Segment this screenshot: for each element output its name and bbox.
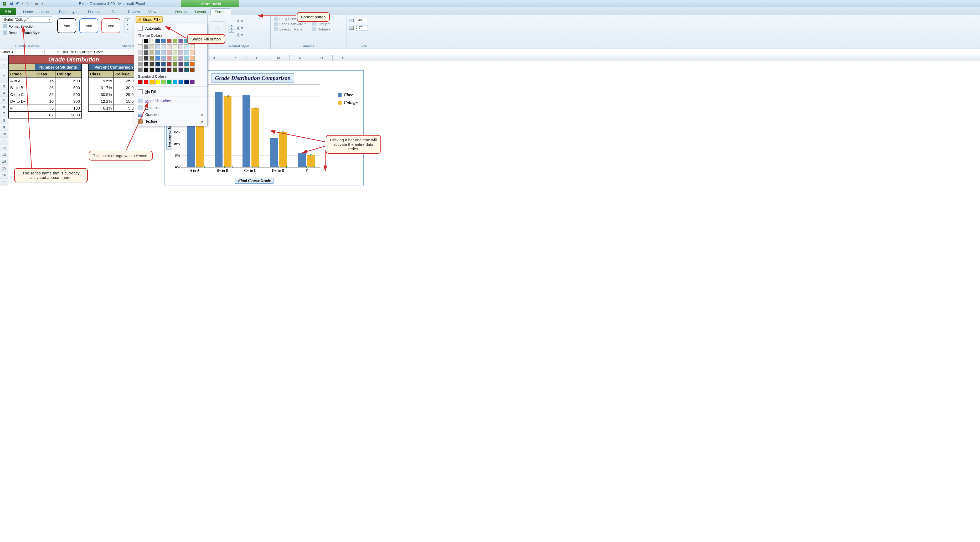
tab-review[interactable]: Review xyxy=(124,9,144,15)
bar-college-3[interactable] xyxy=(279,132,287,167)
chart-legend[interactable]: Class College xyxy=(338,92,358,108)
color-swatch[interactable] xyxy=(178,50,183,55)
row-header-14[interactable]: 14 xyxy=(0,158,8,165)
color-swatch[interactable] xyxy=(138,68,143,72)
color-swatch[interactable] xyxy=(178,39,183,43)
color-swatch[interactable] xyxy=(155,68,160,72)
undo-icon[interactable] xyxy=(15,1,21,6)
row-header-9[interactable]: 9 xyxy=(0,124,8,131)
shape-fill-button[interactable]: Shape Fill ▾ xyxy=(135,16,162,22)
color-swatch[interactable] xyxy=(167,62,172,67)
print-icon[interactable] xyxy=(33,1,40,6)
color-swatch[interactable] xyxy=(178,62,183,67)
fill-no-fill[interactable]: No Fill xyxy=(134,88,207,95)
color-swatch[interactable] xyxy=(161,56,166,61)
text-fill-icon[interactable]: A ▾ xyxy=(237,18,243,24)
fill-more-colors[interactable]: More Fill Colors... xyxy=(134,97,207,104)
color-swatch[interactable] xyxy=(161,62,166,67)
tab-design[interactable]: Design xyxy=(171,9,191,15)
color-swatch[interactable] xyxy=(155,45,160,49)
color-swatch[interactable] xyxy=(184,68,189,72)
legend-item-college[interactable]: College xyxy=(338,100,358,105)
color-swatch[interactable] xyxy=(173,39,177,43)
tab-insert[interactable]: Insert xyxy=(37,9,55,15)
bar-class-0[interactable] xyxy=(187,121,195,167)
color-swatch[interactable] xyxy=(138,62,143,67)
tab-page-layout[interactable]: Page Layout xyxy=(55,9,84,15)
color-swatch[interactable] xyxy=(155,50,160,55)
fill-gradient[interactable]: Gradient ▶ xyxy=(134,111,207,118)
color-swatch[interactable] xyxy=(138,45,143,49)
color-swatch[interactable] xyxy=(161,50,166,55)
wordart-thumb-1[interactable]: A xyxy=(210,21,226,35)
color-swatch[interactable] xyxy=(173,45,177,49)
color-swatch[interactable] xyxy=(144,68,148,72)
fx-icon[interactable]: fx xyxy=(55,50,61,54)
color-swatch[interactable] xyxy=(173,50,177,55)
color-swatch[interactable] xyxy=(178,68,183,72)
color-swatch[interactable] xyxy=(173,68,177,72)
color-swatch[interactable] xyxy=(178,79,183,84)
color-swatch[interactable] xyxy=(184,50,189,55)
color-swatch[interactable] xyxy=(144,62,148,67)
row-header-10[interactable]: 10 xyxy=(0,131,8,138)
color-swatch[interactable] xyxy=(190,45,195,49)
color-swatch[interactable] xyxy=(167,79,172,84)
group-button[interactable]: Group ▾ xyxy=(311,22,331,26)
color-swatch[interactable] xyxy=(167,39,172,43)
row-header-17[interactable]: 17 xyxy=(0,179,8,186)
color-swatch[interactable] xyxy=(167,68,172,72)
color-swatch[interactable] xyxy=(144,39,148,43)
tab-view[interactable]: View xyxy=(144,9,161,15)
bar-class-4[interactable] xyxy=(298,153,306,167)
redo-more-icon[interactable]: ▾ xyxy=(31,2,33,5)
shape-style-thumb-2[interactable]: Abc xyxy=(80,18,98,33)
row-header-12[interactable]: 12 xyxy=(0,145,8,151)
color-swatch[interactable] xyxy=(161,68,166,72)
bar-college-1[interactable] xyxy=(224,96,231,167)
column-header-M[interactable]: M xyxy=(268,55,290,61)
color-swatch[interactable] xyxy=(150,62,154,67)
color-swatch[interactable] xyxy=(184,45,189,49)
row-header-6[interactable]: 6 xyxy=(0,103,8,110)
tab-layout[interactable]: Layout xyxy=(191,9,210,15)
row-header-11[interactable]: 11 xyxy=(0,138,8,145)
row-header-5[interactable]: 5 xyxy=(0,97,8,103)
selection-pane-button[interactable]: Selection Pane xyxy=(273,27,307,32)
chart-element-selector[interactable]: Series "College" ▾ xyxy=(2,16,52,22)
color-swatch[interactable] xyxy=(150,45,154,49)
color-swatch[interactable] xyxy=(150,50,154,55)
row-header-1[interactable]: 1 xyxy=(0,61,8,69)
color-swatch[interactable] xyxy=(144,79,148,84)
color-swatch[interactable] xyxy=(190,62,195,67)
color-swatch[interactable] xyxy=(161,39,166,43)
bar-class-3[interactable] xyxy=(270,138,278,167)
select-all-corner[interactable] xyxy=(0,55,8,61)
tab-data[interactable]: Data xyxy=(107,9,124,15)
column-header-P[interactable]: P xyxy=(332,55,354,61)
shape-style-gallery-spinner[interactable]: ▲▼▾ xyxy=(124,18,130,33)
fill-picture[interactable]: Picture... xyxy=(134,104,207,111)
color-swatch[interactable] xyxy=(161,79,166,84)
color-swatch[interactable] xyxy=(173,79,177,84)
color-swatch[interactable] xyxy=(167,50,172,55)
text-outline-icon[interactable]: A ▾ xyxy=(237,25,243,31)
redo-icon[interactable] xyxy=(24,1,30,6)
row-header-8[interactable]: 8 xyxy=(0,117,8,124)
color-swatch[interactable] xyxy=(190,50,195,55)
shape-style-thumb-3[interactable]: Abc xyxy=(102,18,120,33)
bar-college-2[interactable] xyxy=(251,108,259,167)
legend-item-class[interactable]: Class xyxy=(338,92,358,97)
row-header-15[interactable]: 15 xyxy=(0,165,8,172)
column-header-O[interactable]: O xyxy=(311,55,332,61)
column-header-K[interactable]: K xyxy=(225,55,247,61)
fill-automatic[interactable]: AAutomaticutomatic xyxy=(134,25,207,32)
reset-match-style-button[interactable]: Reset to Match Style xyxy=(2,30,52,35)
undo-more-icon[interactable]: ▾ xyxy=(22,2,23,5)
color-swatch[interactable] xyxy=(161,45,166,49)
bar-class-1[interactable] xyxy=(215,92,223,167)
row-header-2[interactable]: 2 xyxy=(0,69,8,83)
row-header-3[interactable]: 3 xyxy=(0,83,8,90)
color-swatch[interactable] xyxy=(190,56,195,61)
shape-height-input[interactable]: 3.48" xyxy=(349,18,368,23)
